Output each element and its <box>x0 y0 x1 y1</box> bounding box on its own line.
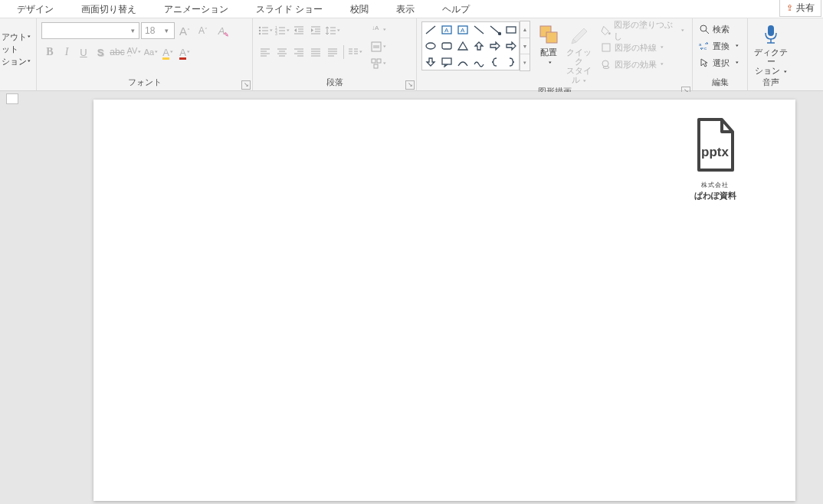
align-left-button[interactable] <box>257 44 273 61</box>
numbering-icon: 123 <box>275 25 286 36</box>
shape-brace-left-icon[interactable] <box>487 54 503 70</box>
tab-view[interactable]: 表示 <box>382 0 428 18</box>
share-button[interactable]: ⇪ 共有 <box>779 0 821 17</box>
gallery-down-button[interactable]: ▼ <box>520 38 530 55</box>
shape-triangle-icon[interactable] <box>454 38 471 54</box>
text-shadow-button[interactable]: S <box>92 44 109 61</box>
tab-design[interactable]: デザイン <box>3 0 67 18</box>
pptx-file-icon: pptx <box>691 116 739 175</box>
dictate-button[interactable]: ディクテーション ▾ <box>753 21 789 77</box>
align-right-button[interactable] <box>291 44 307 61</box>
align-right-icon <box>293 47 304 57</box>
shrink-font-button[interactable]: A˅ <box>195 22 211 39</box>
shape-arrow-down-icon[interactable] <box>422 54 438 70</box>
gallery-up-button[interactable]: ▲ <box>520 21 530 38</box>
tab-animations[interactable]: アニメーション <box>150 0 242 18</box>
svg-line-62 <box>490 26 500 34</box>
font-size-value: 18 <box>145 25 155 36</box>
underline-button[interactable]: U <box>75 44 92 61</box>
group-paragraph-label: 段落 ↘ <box>253 77 416 90</box>
slide-canvas[interactable]: pptx 株式会社 ぱわぽ資料 <box>93 100 795 501</box>
svg-point-2 <box>258 30 260 31</box>
strikethrough-button[interactable]: abc <box>109 44 126 61</box>
grow-font-button[interactable]: A˄ <box>176 22 193 39</box>
svg-rect-54 <box>377 59 381 63</box>
clear-format-button[interactable]: A✎ <box>213 22 230 39</box>
shape-brace-right-icon[interactable] <box>503 54 519 70</box>
layout-button[interactable]: アウト▾ <box>2 31 31 43</box>
quick-styles-button[interactable]: クイックスタイル ▾ <box>564 21 595 86</box>
tab-help[interactable]: ヘルプ <box>428 0 484 18</box>
tab-slideshow[interactable]: スライド ショー <box>242 0 336 18</box>
group-drawing: A A <box>417 18 693 90</box>
shape-roundrect-icon[interactable] <box>438 38 454 54</box>
shapes-gallery-scroll: ▲ ▼ ▾ <box>520 21 530 71</box>
change-case-button[interactable]: Aa▾ <box>143 44 159 61</box>
justify-icon <box>310 47 321 57</box>
shape-wave-icon[interactable] <box>471 54 487 70</box>
font-dialog-launcher[interactable]: ↘ <box>241 80 251 90</box>
svg-rect-71 <box>602 44 610 51</box>
numbering-button[interactable]: 123▾ <box>274 22 290 39</box>
shape-arrow-up-icon[interactable] <box>471 38 487 54</box>
shape-callout-icon[interactable] <box>438 54 454 70</box>
find-button[interactable]: 検索 <box>697 21 731 37</box>
char-spacing-button[interactable]: AV↔▾ <box>126 44 143 61</box>
font-name-combo[interactable]: ▾ <box>41 22 139 39</box>
svg-point-74 <box>700 25 707 31</box>
font-color-button[interactable]: A▾ <box>176 44 193 61</box>
italic-button[interactable]: I <box>58 44 75 61</box>
decrease-indent-button[interactable] <box>291 22 307 39</box>
text-direction-icon: ↓A <box>370 24 382 36</box>
text-direction-button[interactable]: ↓A▾ <box>367 21 389 38</box>
tab-transitions[interactable]: 画面切り替え <box>67 0 150 18</box>
slide-logo-main: ぱわぽ資料 <box>688 190 742 201</box>
arrange-button[interactable]: 配置 ▾ <box>533 21 564 67</box>
line-spacing-button[interactable]: ▾ <box>325 22 340 39</box>
svg-rect-64 <box>507 27 516 33</box>
shape-fill-button[interactable]: 図形の塗りつぶし▾ <box>598 23 687 38</box>
main-tabs-bar: デザイン 画面切り替え アニメーション スライド ショー 校閲 表示 ヘルプ ⇪… <box>0 0 823 18</box>
svg-rect-78 <box>768 25 774 36</box>
shape-textbox-a-icon[interactable]: A <box>438 22 454 38</box>
distribute-button[interactable] <box>325 44 340 61</box>
shape-outline-button[interactable]: 図形の枠線▾ <box>598 40 687 55</box>
bullets-button[interactable]: ▾ <box>257 22 273 39</box>
select-button[interactable]: 選択▾ <box>697 55 740 70</box>
replace-button[interactable]: ac 置換▾ <box>697 38 740 54</box>
align-text-button[interactable]: ▾ <box>367 38 389 55</box>
shape-effects-button[interactable]: 図形の効果▾ <box>598 57 687 72</box>
bold-button[interactable]: B <box>41 44 58 61</box>
section-button[interactable]: ション▾ <box>2 55 31 67</box>
shape-rect-icon[interactable] <box>503 22 519 38</box>
shapes-gallery[interactable]: A A <box>421 21 520 70</box>
shape-ellipse-icon[interactable] <box>422 38 438 54</box>
svg-text:3: 3 <box>275 31 277 36</box>
columns-button[interactable]: ▾ <box>347 44 362 61</box>
svg-line-56 <box>426 26 435 34</box>
tab-review[interactable]: 校閲 <box>336 0 382 18</box>
increase-indent-button[interactable] <box>308 22 323 39</box>
smartart-button[interactable]: ▾ <box>367 55 389 72</box>
align-center-button[interactable] <box>274 44 290 61</box>
group-editing: 検索 ac 置換▾ 選択▾ 編集 <box>693 18 748 90</box>
justify-button[interactable] <box>308 44 323 61</box>
microphone-icon <box>759 23 782 46</box>
reset-button[interactable]: ット <box>2 43 18 55</box>
shape-arrow-outline-icon[interactable] <box>503 38 519 54</box>
indent-icon <box>310 25 321 36</box>
svg-point-72 <box>602 61 608 67</box>
shape-diagonal-icon[interactable] <box>471 22 487 38</box>
bullets-icon <box>258 25 269 36</box>
highlight-color-button[interactable]: A▾ <box>159 44 176 61</box>
shape-connector-icon[interactable] <box>487 22 503 38</box>
font-size-combo[interactable]: 18 ▾ <box>141 22 175 39</box>
shape-textbox-b-icon[interactable]: A <box>454 22 471 38</box>
shape-line-icon[interactable] <box>422 22 438 38</box>
paragraph-dialog-launcher[interactable]: ↘ <box>405 80 415 90</box>
shape-curve-icon[interactable] <box>454 54 471 70</box>
ribbon: アウト▾ ット ション▾ ▾ 18 ▾ A˄ A˅ A✎ <box>0 18 823 91</box>
distribute-icon <box>327 47 338 57</box>
gallery-more-button[interactable]: ▾ <box>520 54 530 70</box>
shape-arrow-right-icon[interactable] <box>487 38 503 54</box>
